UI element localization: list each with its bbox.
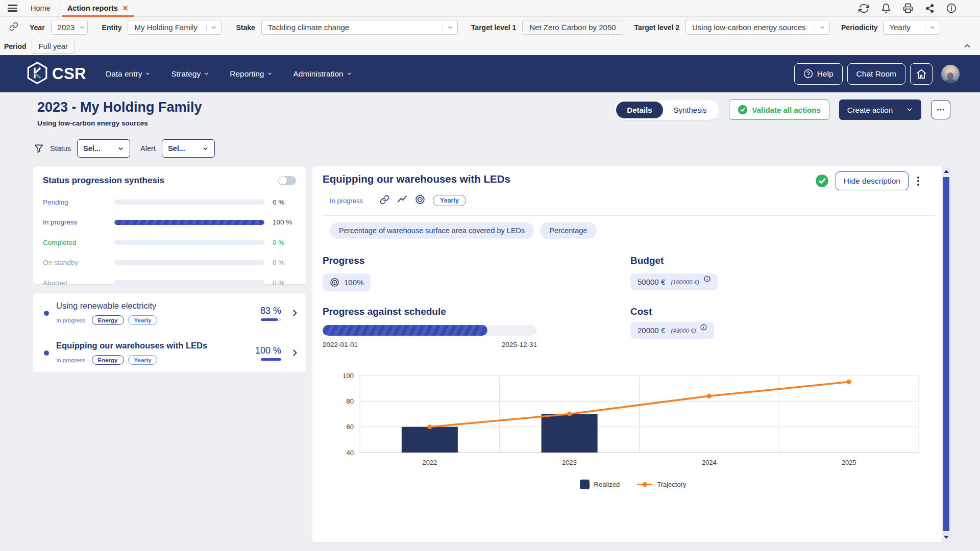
alert-filter-value: Sel... xyxy=(168,144,185,153)
synthesis-row-bar xyxy=(114,220,264,225)
legend-trajectory-label: Trajectory xyxy=(657,481,686,488)
action-status: In progress xyxy=(56,317,86,323)
chevron-down-icon xyxy=(145,71,151,77)
scrollbar-thumb[interactable] xyxy=(943,177,949,531)
more-options-button[interactable] xyxy=(931,100,950,119)
link-icon[interactable] xyxy=(380,195,389,207)
info-icon[interactable] xyxy=(704,276,710,282)
scroll-down-icon[interactable] xyxy=(944,536,949,539)
create-action-button[interactable]: Create action xyxy=(839,99,921,120)
synthesis-row: In progress100 % xyxy=(43,218,296,226)
stake-select[interactable]: Tackling climate change xyxy=(261,20,458,35)
cost-value: 20000 € xyxy=(638,326,665,335)
period-bar: Period Full year xyxy=(0,37,980,55)
info-icon[interactable] xyxy=(946,3,957,13)
collapse-filters-icon[interactable] xyxy=(963,41,972,53)
brand-name: CSR xyxy=(52,65,86,83)
indicator-tag: Percentage of warehouse surface area cov… xyxy=(330,222,534,239)
schedule-progress-bar xyxy=(323,325,537,336)
entity-select[interactable]: My Holding Family xyxy=(128,20,222,35)
synthesis-row: On standby0 % xyxy=(43,259,296,266)
period-value: Full year xyxy=(39,42,68,51)
nav-item-data-entry[interactable]: Data entry xyxy=(106,69,151,79)
help-button[interactable]: Help xyxy=(794,63,843,85)
synthesis-row-label: Aborted xyxy=(43,279,114,287)
home-button[interactable] xyxy=(910,63,933,85)
action-progress-fill xyxy=(261,318,278,321)
status-synthesis-card: Status progression synthesis Pending0 %I… xyxy=(33,167,306,284)
chevron-down-icon xyxy=(206,24,217,31)
synthesis-row-bar xyxy=(114,240,264,245)
period-chip[interactable]: Full year xyxy=(32,39,76,54)
synthesis-row: Pending0 % xyxy=(43,198,296,206)
create-action-label: Create action xyxy=(847,106,893,114)
page-subtitle: Using low-carbon energy sources xyxy=(37,119,148,127)
year-select[interactable]: 2023 xyxy=(51,20,88,35)
synthesis-title: Status progression synthesis xyxy=(43,176,164,186)
trend-chart-icon[interactable] xyxy=(397,194,407,207)
hamburger-menu-icon[interactable] xyxy=(2,0,22,17)
progress-heading: Progress xyxy=(323,255,364,266)
target-icon[interactable] xyxy=(415,194,425,207)
chevron-down-icon xyxy=(204,71,209,77)
indicator-tags: Percentage of warehouse surface area cov… xyxy=(330,222,597,239)
action-tag-energy: Energy xyxy=(92,315,124,325)
chevron-right-icon[interactable] xyxy=(290,309,299,317)
ellipsis-icon xyxy=(936,105,945,114)
close-tab-icon[interactable]: ✕ xyxy=(122,4,129,12)
user-avatar[interactable] xyxy=(941,65,960,83)
target-level-2-label: Target level 2 xyxy=(634,23,679,32)
tab-action-reports-label: Action reports xyxy=(67,4,118,12)
tab-home-label: Home xyxy=(31,4,51,12)
periodicity-select[interactable]: Yearly xyxy=(883,20,940,35)
synthesis-row-value: 0 % xyxy=(264,259,296,266)
target-level-2-select[interactable]: Using low-carbon energy sources xyxy=(685,20,830,35)
status-filter-select[interactable]: Sel... xyxy=(77,139,130,158)
validate-all-actions-button[interactable]: Validate all actions xyxy=(729,99,829,120)
chat-room-button[interactable]: Chat Room xyxy=(847,63,905,85)
schedule-dates: 2022-01-01 2025-12-31 xyxy=(323,341,537,348)
brand-logo[interactable]: CSR xyxy=(26,61,86,87)
synthesis-toggle[interactable] xyxy=(278,176,296,185)
divider xyxy=(323,215,936,216)
periodicity-label: Periodicity xyxy=(841,23,878,32)
synthesis-row-label: Completed xyxy=(43,239,114,246)
target-level-1-chip[interactable]: Net Zero Carbon by 2050 xyxy=(522,20,623,35)
nav-item-administration[interactable]: Administration xyxy=(293,69,352,79)
bell-icon[interactable] xyxy=(881,3,891,13)
kebab-menu-icon[interactable] xyxy=(915,174,921,188)
action-list-item[interactable]: Equipping our warehouses with LEDsIn pro… xyxy=(33,333,306,372)
nav-right-group: Help Chat Room xyxy=(794,63,960,85)
hide-description-button[interactable]: Hide description xyxy=(836,171,909,190)
tab-details[interactable]: Details xyxy=(616,102,663,118)
printer-icon[interactable] xyxy=(903,3,913,13)
page-title: 2023 - My Holding Family xyxy=(37,99,202,115)
app-root: Home Action reports ✕ Year 2023 Entity M… xyxy=(0,0,980,551)
nav-item-strategy[interactable]: Strategy xyxy=(171,69,209,79)
progress-value: 100% xyxy=(344,278,363,287)
synthesis-row-bar xyxy=(114,199,264,205)
action-percent: 100 % xyxy=(255,345,281,356)
scroll-up-icon[interactable] xyxy=(944,170,949,173)
action-progress-bar xyxy=(261,318,281,321)
status-bullet-icon xyxy=(44,350,49,356)
target-level-1-value: Net Zero Carbon by 2050 xyxy=(529,23,616,32)
nav-item-reporting[interactable]: Reporting xyxy=(230,69,273,79)
chevron-right-icon[interactable] xyxy=(290,348,299,357)
svg-text:2022: 2022 xyxy=(422,459,437,466)
link-icon[interactable] xyxy=(9,22,18,33)
tab-action-reports[interactable]: Action reports ✕ xyxy=(59,0,137,17)
share-icon[interactable] xyxy=(925,4,935,13)
sync-icon[interactable] xyxy=(859,3,869,14)
svg-text:100: 100 xyxy=(342,372,354,380)
action-list-item[interactable]: Using renewable electricityIn progressEn… xyxy=(33,293,306,333)
action-progress-bar xyxy=(261,358,281,361)
tab-home[interactable]: Home xyxy=(22,0,59,17)
progress-chart: 4060801002022202320242025 xyxy=(337,368,929,477)
info-icon[interactable] xyxy=(700,324,707,331)
budget-value-chip: 50000 € (100000 €) xyxy=(630,273,718,290)
synthesis-row-value: 0 % xyxy=(264,198,296,206)
tab-synthesis[interactable]: Synthesis xyxy=(663,102,718,118)
cost-heading: Cost xyxy=(630,306,652,317)
alert-filter-select[interactable]: Sel... xyxy=(162,139,215,158)
